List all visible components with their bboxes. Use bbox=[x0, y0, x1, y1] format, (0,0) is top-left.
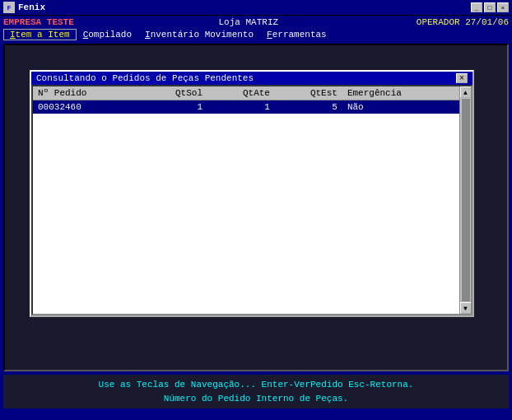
window-controls: _ □ × bbox=[471, 2, 509, 12]
scrollbar-track bbox=[462, 99, 470, 301]
cell-emergencia: Não bbox=[342, 100, 459, 114]
window-title: Fenix bbox=[18, 2, 45, 12]
operator-info: OPERADOR 27/01/06 bbox=[417, 17, 509, 27]
main-area: Consultando o Pedidos de Peças Pendentes… bbox=[3, 44, 509, 371]
table-row[interactable]: 00032460 1 1 5 Não bbox=[33, 100, 471, 114]
cell-qtsol: 1 bbox=[140, 100, 207, 114]
status-bar: Use as Teclas de Navegação... Enter-VerP… bbox=[3, 375, 509, 408]
menu-item-label: Inventário Movimento bbox=[145, 30, 254, 40]
pedidos-table: Nº Pedido QtSol QtAte QtEst Emergência 0… bbox=[33, 86, 471, 114]
minimize-button[interactable]: _ bbox=[471, 2, 482, 12]
title-bar: F Fenix _ □ × bbox=[0, 0, 512, 16]
menu-item-compilado[interactable]: Compilado bbox=[77, 29, 138, 40]
scroll-down-button[interactable]: ▼ bbox=[460, 302, 472, 314]
dialog-pedidos: Consultando o Pedidos de Peças Pendentes… bbox=[30, 70, 474, 317]
scrollbar: ▲ ▼ bbox=[459, 86, 471, 314]
col-header-qtest: QtEst bbox=[275, 86, 342, 100]
app-icon: F bbox=[3, 2, 15, 13]
status-line2: Número do Pedido Interno de Peças. bbox=[10, 392, 502, 406]
close-button[interactable]: × bbox=[497, 2, 509, 12]
table-header-row: Nº Pedido QtSol QtAte QtEst Emergência bbox=[33, 86, 471, 100]
scroll-up-button[interactable]: ▲ bbox=[460, 86, 472, 98]
menu-item-inventario[interactable]: Inventário Movimento bbox=[138, 29, 260, 40]
store-name: Loja MATRIZ bbox=[81, 17, 417, 27]
menu-bar: EMPRESA TESTE Loja MATRIZ OPERADOR 27/01… bbox=[0, 16, 512, 40]
company-name: EMPRESA TESTE bbox=[3, 17, 74, 27]
col-header-emergencia: Emergência bbox=[342, 86, 459, 100]
dialog-content: Nº Pedido QtSol QtAte QtEst Emergência 0… bbox=[31, 85, 472, 315]
menu-items: Item a Item Compilado Inventário Movimen… bbox=[3, 29, 509, 40]
cell-qtate: 1 bbox=[207, 100, 275, 114]
menu-item-label: Compilado bbox=[83, 30, 132, 40]
table-container: Nº Pedido QtSol QtAte QtEst Emergência 0… bbox=[31, 85, 472, 315]
menu-item-label: Ferramentas bbox=[267, 30, 327, 40]
menu-item-item-a-item[interactable]: Item a Item bbox=[3, 29, 77, 40]
col-header-qtate: QtAte bbox=[207, 86, 275, 100]
col-header-npedido: Nº Pedido bbox=[33, 86, 140, 100]
maximize-button[interactable]: □ bbox=[484, 2, 496, 12]
status-line1: Use as Teclas de Navegação... Enter-VerP… bbox=[10, 378, 502, 392]
col-header-qtsol: QtSol bbox=[140, 86, 207, 100]
dialog-title-bar: Consultando o Pedidos de Peças Pendentes… bbox=[31, 72, 472, 85]
dialog-close-button[interactable]: × bbox=[456, 73, 468, 83]
cell-npedido: 00032460 bbox=[33, 100, 140, 114]
menu-item-label: Item a Item bbox=[10, 30, 70, 40]
menu-item-ferramentas[interactable]: Ferramentas bbox=[260, 29, 333, 40]
dialog-title: Consultando o Pedidos de Peças Pendentes bbox=[36, 73, 254, 83]
cell-qtest: 5 bbox=[275, 100, 342, 114]
